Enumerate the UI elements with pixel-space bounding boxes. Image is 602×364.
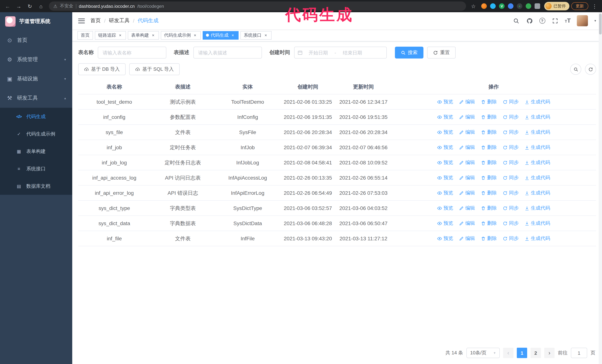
sidebar-item-db-docs[interactable]: ▤ 数据库文档 xyxy=(0,177,72,195)
breadcrumb-devtools[interactable]: 研发工具 xyxy=(109,17,130,24)
preview-link[interactable]: 预览 xyxy=(437,98,453,106)
close-icon[interactable]: × xyxy=(230,33,235,38)
close-icon[interactable]: × xyxy=(151,33,156,38)
extension-icon[interactable] xyxy=(481,3,487,9)
sync-link[interactable]: 同步 xyxy=(503,143,519,151)
generate-code-link[interactable]: 生成代码 xyxy=(525,204,550,212)
sync-link[interactable]: 同步 xyxy=(503,158,519,167)
fullscreen-icon[interactable] xyxy=(551,17,559,24)
close-icon[interactable]: × xyxy=(263,33,268,38)
sync-link[interactable]: 同步 xyxy=(503,219,519,227)
edit-link[interactable]: 编辑 xyxy=(459,128,475,136)
generate-code-link[interactable]: 生成代码 xyxy=(525,113,550,121)
start-date-input[interactable] xyxy=(303,50,333,55)
delete-link[interactable]: 删除 xyxy=(481,204,497,212)
user-avatar[interactable] xyxy=(577,15,588,26)
goto-page-input[interactable] xyxy=(571,348,587,358)
edit-link[interactable]: 编辑 xyxy=(459,143,475,151)
generate-code-link[interactable]: 生成代码 xyxy=(525,158,550,167)
home-icon[interactable]: ⌂ xyxy=(36,1,46,11)
chevron-down-icon[interactable]: ▾ xyxy=(594,19,596,23)
close-icon[interactable]: × xyxy=(193,33,197,38)
generate-code-link[interactable]: 生成代码 xyxy=(525,219,550,227)
import-sql-button[interactable]: 基于 SQL 导入 xyxy=(129,63,180,75)
tab-form-builder[interactable]: 表单构建 × xyxy=(128,31,159,40)
sidebar-item-form-builder[interactable]: ▦ 表单构建 xyxy=(0,143,72,160)
end-date-input[interactable] xyxy=(338,50,367,55)
extensions-puzzle-icon[interactable] xyxy=(535,3,540,9)
generate-code-link[interactable]: 生成代码 xyxy=(525,98,550,106)
table-desc-input[interactable] xyxy=(194,47,262,59)
sync-link[interactable]: 同步 xyxy=(503,174,519,182)
create-time-range-picker[interactable]: - xyxy=(294,47,387,59)
page-button-1[interactable]: 1 xyxy=(517,348,527,358)
tab-codegen[interactable]: 代码生成 × xyxy=(203,31,239,40)
browser-menu-icon[interactable]: ⋮ xyxy=(590,3,599,9)
sync-link[interactable]: 同步 xyxy=(503,113,519,121)
sync-link[interactable]: 同步 xyxy=(503,128,519,136)
bookmark-star-icon[interactable]: ☆ xyxy=(470,3,477,9)
generate-code-link[interactable]: 生成代码 xyxy=(525,174,550,182)
generate-code-link[interactable]: 生成代码 xyxy=(525,234,550,242)
prev-page-button[interactable]: ‹ xyxy=(503,348,514,358)
show-search-toggle-button[interactable] xyxy=(570,64,581,75)
font-size-icon[interactable]: TT xyxy=(565,17,571,24)
extension-icon[interactable] xyxy=(508,3,514,9)
sidebar-item-system-api[interactable]: ≡ 系统接口 xyxy=(0,160,72,177)
reset-button[interactable]: 重置 xyxy=(427,47,456,59)
reload-icon[interactable]: ↻ xyxy=(25,1,34,11)
page-button-2[interactable]: 2 xyxy=(530,348,541,358)
preview-link[interactable]: 预览 xyxy=(437,128,453,136)
sidebar-item-codegen[interactable]: </> 代码生成 xyxy=(0,108,72,125)
delete-link[interactable]: 删除 xyxy=(481,158,497,167)
preview-link[interactable]: 预览 xyxy=(437,204,453,212)
github-icon[interactable] xyxy=(526,17,533,24)
url-bar[interactable]: ⚠ 不安全 dashboard.yudao.iocoder.cn/tool/co… xyxy=(49,1,466,11)
extension-icon[interactable]: + xyxy=(517,3,522,9)
edit-link[interactable]: 编辑 xyxy=(459,113,475,121)
app-logo[interactable]: 芋道管理系统 xyxy=(0,12,72,31)
sidebar-item-codegen-example[interactable]: ✓ 代码生成示例 xyxy=(0,125,72,143)
scrollbar-thumb[interactable] xyxy=(599,14,602,34)
sidebar-item-home[interactable]: ⊙ 首页 xyxy=(0,31,72,50)
edit-link[interactable]: 编辑 xyxy=(459,174,475,182)
preview-link[interactable]: 预览 xyxy=(437,189,453,197)
preview-link[interactable]: 预览 xyxy=(437,174,453,182)
preview-link[interactable]: 预览 xyxy=(437,113,453,121)
browser-update-button[interactable]: 更新 xyxy=(571,2,588,10)
edit-link[interactable]: 编辑 xyxy=(459,219,475,227)
delete-link[interactable]: 删除 xyxy=(481,113,497,121)
table-name-input[interactable] xyxy=(98,47,166,59)
back-icon[interactable]: ← xyxy=(3,1,12,11)
extension-icon[interactable] xyxy=(490,3,496,9)
sync-link[interactable]: 同步 xyxy=(503,204,519,212)
edit-link[interactable]: 编辑 xyxy=(459,234,475,242)
sync-link[interactable]: 同步 xyxy=(503,189,519,197)
delete-link[interactable]: 删除 xyxy=(481,128,497,136)
edit-link[interactable]: 编辑 xyxy=(459,158,475,167)
preview-link[interactable]: 预览 xyxy=(437,158,453,167)
import-db-button[interactable]: 基于 DB 导入 xyxy=(78,63,126,75)
delete-link[interactable]: 删除 xyxy=(481,174,497,182)
preview-link[interactable]: 预览 xyxy=(437,143,453,151)
tab-trace[interactable]: 链路追踪 × xyxy=(95,31,126,40)
edit-link[interactable]: 编辑 xyxy=(459,204,475,212)
delete-link[interactable]: 删除 xyxy=(481,219,497,227)
delete-link[interactable]: 删除 xyxy=(481,98,497,106)
search-button[interactable]: 搜索 xyxy=(395,47,423,59)
forward-icon[interactable]: → xyxy=(14,1,23,11)
next-page-button[interactable]: › xyxy=(544,348,555,358)
page-size-select[interactable]: 10条/页 ▼ xyxy=(466,348,500,358)
generate-code-link[interactable]: 生成代码 xyxy=(525,189,550,197)
tab-home[interactable]: 首页 xyxy=(77,31,93,40)
sidebar-item-system[interactable]: ⚙ 系统管理 ▾ xyxy=(0,50,72,69)
search-icon[interactable] xyxy=(513,17,520,24)
edit-link[interactable]: 编辑 xyxy=(459,98,475,106)
tab-codegen-example[interactable]: 代码生成示例 × xyxy=(161,31,201,40)
profile-sync-paused-chip[interactable]: 已暂停 xyxy=(544,2,570,10)
preview-link[interactable]: 预览 xyxy=(437,219,453,227)
edit-link[interactable]: 编辑 xyxy=(459,189,475,197)
sync-link[interactable]: 同步 xyxy=(503,98,519,106)
extension-icon[interactable]: V xyxy=(499,3,505,9)
sync-link[interactable]: 同步 xyxy=(503,234,519,242)
